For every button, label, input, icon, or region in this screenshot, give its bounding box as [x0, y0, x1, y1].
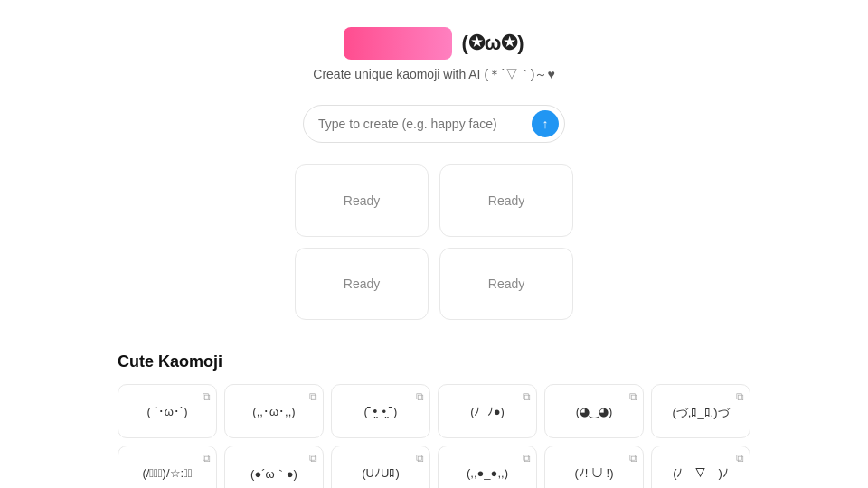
kaomoji-card-r1-c3[interactable]: ⧉( ̄•̤ • ̤ ̄) — [331, 384, 430, 438]
kaomoji-grid-row2: ⧉(/ﾟ◇ﾟ)/☆:･ﾟ⧉(●´ω｀●)⧉(UﾉUﾛ)⧉(,,●_●,,)⧉(ﾉ… — [118, 446, 750, 488]
search-submit-button[interactable]: ↑ — [532, 110, 559, 137]
copy-icon[interactable]: ⧉ — [523, 452, 531, 465]
kaomoji-text: (UﾉUﾛ) — [362, 466, 399, 480]
copy-icon[interactable]: ⧉ — [736, 390, 744, 403]
copy-icon[interactable]: ⧉ — [203, 452, 211, 465]
kaomoji-card-r2-c2[interactable]: ⧉(●´ω｀●) — [224, 446, 324, 488]
copy-icon[interactable]: ⧉ — [309, 390, 317, 403]
ready-card-label-3: Ready — [344, 277, 380, 291]
kaomoji-text: ( ̄•̤ • ̤ ̄) — [364, 405, 398, 418]
copy-icon[interactable]: ⧉ — [736, 452, 744, 465]
logo-bar — [344, 27, 452, 60]
kaomoji-card-r1-c2[interactable]: ⧉(,,･ω･,,) — [224, 384, 324, 438]
ready-card-label-4: Ready — [488, 277, 524, 291]
copy-icon[interactable]: ⧉ — [416, 390, 424, 403]
ready-card-1[interactable]: Ready — [295, 164, 429, 237]
section-title: Cute Kaomoji — [118, 352, 750, 371]
ready-card-2[interactable]: Ready — [439, 164, 573, 237]
kaomoji-text: ( ´･ω･`) — [146, 405, 187, 418]
kaomoji-card-r2-c6[interactable]: ⧉(ﾉ￣▽￣)ﾉ — [651, 446, 750, 488]
kaomoji-text: (/ﾟ◇ﾟ)/☆:･ﾟ — [142, 466, 192, 480]
kaomoji-card-r1-c5[interactable]: ⧉(◕‿︎◕) — [544, 384, 644, 438]
ready-card-3[interactable]: Ready — [295, 248, 429, 320]
kaomoji-text: (づ,ﾛ_ﾛ,)づ — [672, 405, 729, 421]
tagline: Create unique kaomoji with AI (＊´▽｀)～♥ — [313, 67, 554, 83]
ready-card-label-1: Ready — [344, 193, 380, 208]
copy-icon[interactable]: ⧉ — [523, 390, 531, 403]
submit-arrow-icon: ↑ — [542, 117, 549, 131]
kaomoji-card-r2-c1[interactable]: ⧉(/ﾟ◇ﾟ)/☆:･ﾟ — [118, 446, 217, 488]
kaomoji-card-r2-c3[interactable]: ⧉(UﾉUﾛ) — [331, 446, 430, 488]
ready-card-4[interactable]: Ready — [439, 248, 573, 320]
kaomoji-text: (◕‿︎◕) — [576, 405, 613, 418]
copy-icon[interactable]: ⧉ — [309, 452, 317, 465]
copy-icon[interactable]: ⧉ — [629, 390, 637, 403]
kaomoji-card-r1-c4[interactable]: ⧉(ﾉ_ﾉ●) — [438, 384, 537, 438]
ready-cards-grid: Ready Ready Ready Ready — [295, 164, 573, 320]
copy-icon[interactable]: ⧉ — [203, 390, 211, 403]
copy-icon[interactable]: ⧉ — [416, 452, 424, 465]
kaomoji-card-r2-c4[interactable]: ⧉(,,●_●,,) — [438, 446, 537, 488]
kaomoji-card-r1-c1[interactable]: ⧉( ´･ω･`) — [118, 384, 217, 438]
kaomoji-section: Cute Kaomoji ⧉( ´･ω･`)⧉(,,･ω･,,)⧉( ̄•̤ •… — [118, 352, 750, 488]
logo-area: (✪ω✪) — [344, 27, 524, 60]
kaomoji-card-r2-c5[interactable]: ⧉(ﾉ! ∪ !) — [544, 446, 644, 488]
kaomoji-card-r1-c6[interactable]: ⧉(づ,ﾛ_ﾛ,)づ — [651, 384, 750, 438]
kaomoji-text: (,,･ω･,,) — [252, 405, 295, 418]
search-area: ↑ — [303, 105, 565, 143]
kaomoji-grid-row1: ⧉( ´･ω･`)⧉(,,･ω･,,)⧉( ̄•̤ • ̤ ̄)⧉(ﾉ_ﾉ●)⧉… — [118, 384, 750, 438]
kaomoji-text: (ﾉ! ∪ !) — [574, 466, 613, 480]
kaomoji-text: (,,●_●,,) — [467, 466, 508, 480]
page-container: (✪ω✪) Create unique kaomoji with AI (＊´▽… — [0, 0, 868, 488]
kaomoji-text: (ﾉ_ﾉ●) — [470, 405, 505, 418]
copy-icon[interactable]: ⧉ — [629, 452, 637, 465]
logo-symbol: (✪ω✪) — [461, 32, 524, 55]
kaomoji-text: (ﾉ￣▽￣)ﾉ — [673, 466, 729, 480]
kaomoji-text: (●´ω｀●) — [250, 466, 297, 483]
ready-card-label-2: Ready — [488, 193, 524, 208]
header: (✪ω✪) Create unique kaomoji with AI (＊´▽… — [313, 27, 554, 83]
search-input[interactable] — [318, 117, 532, 131]
